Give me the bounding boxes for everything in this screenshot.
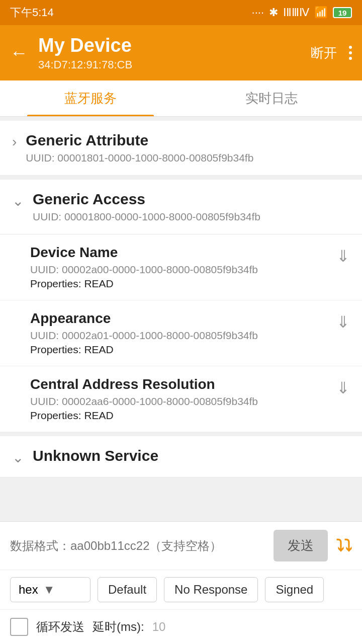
- char-central-address-label: Central Address Resolution: [30, 376, 328, 392]
- service-generic-access-name: Generic Access: [33, 191, 260, 208]
- char-appearance-label: Appearance: [30, 310, 328, 327]
- delay-value: 10: [152, 620, 166, 634]
- app-bar: ← My Device 34:D7:12:91:78:CB 断开: [0, 25, 362, 80]
- char-appearance-props: Properties: READ: [30, 344, 328, 356]
- service-generic-access: ⌄ Generic Access UUID: 00001800-0000-100…: [0, 180, 362, 432]
- service-generic-access-uuid: UUID: 00001800-0000-1000-8000-00805f9b34…: [33, 211, 260, 223]
- read-download-icon-2[interactable]: ⇓: [336, 312, 350, 332]
- bluetooth-icon: ✱: [269, 6, 278, 19]
- service-generic-attribute-name: Generic Attribute: [26, 132, 253, 149]
- data-input[interactable]: [10, 539, 265, 553]
- char-central-address-info: Central Address Resolution UUID: 00002aa…: [30, 376, 328, 422]
- write-type-signed[interactable]: Signed: [265, 577, 324, 602]
- service-unknown-name: Unknown Service: [33, 447, 158, 464]
- service-generic-attribute-uuid: UUID: 00001801-0000-1000-8000-00805f9b34…: [26, 152, 253, 164]
- characteristic-appearance: Appearance UUID: 00002a01-0000-1000-8000…: [0, 300, 362, 366]
- service-generic-access-info: Generic Access UUID: 00001800-0000-1000-…: [33, 191, 260, 223]
- write-type-default[interactable]: Default: [98, 577, 157, 602]
- tab-bluetooth-services[interactable]: 蓝牙服务: [0, 80, 181, 116]
- char-device-name-label: Device Name: [30, 245, 328, 261]
- app-bar-actions: 断开: [311, 44, 352, 62]
- char-appearance-info: Appearance UUID: 00002a01-0000-1000-8000…: [30, 310, 328, 356]
- read-download-icon-3[interactable]: ⇓: [336, 378, 350, 397]
- tab-realtime-log[interactable]: 实时日志: [181, 80, 362, 116]
- app-title-area: My Device 34:D7:12:91:78:CB: [38, 35, 311, 71]
- bottom-panel: 发送 ⤵⤵ hex ▼ Default No Response Signed 循…: [0, 521, 362, 644]
- status-time: 下午5:14: [10, 5, 54, 20]
- status-bar: 下午5:14 ···· ✱ ⅠⅡⅢⅣ 📶 19: [0, 0, 362, 25]
- signal-bars-icon: ⅠⅡⅢⅣ: [283, 6, 309, 19]
- status-icons: ···· ✱ ⅠⅡⅢⅣ 📶 19: [252, 6, 352, 19]
- format-row: hex ▼ Default No Response Signed: [0, 570, 362, 610]
- service-generic-attribute: › Generic Attribute UUID: 00001801-0000-…: [0, 121, 362, 176]
- char-central-address-props: Properties: READ: [30, 410, 328, 422]
- characteristic-central-address: Central Address Resolution UUID: 00002aa…: [0, 366, 362, 432]
- service-generic-attribute-header[interactable]: › Generic Attribute UUID: 00001801-0000-…: [0, 121, 362, 176]
- service-unknown: ⌄ Unknown Service: [0, 436, 362, 477]
- send-button[interactable]: 发送: [274, 530, 328, 561]
- loop-label: 循环发送: [36, 619, 84, 635]
- signal-dots-icon: ····: [252, 6, 264, 19]
- tab-bar: 蓝牙服务 实时日志: [0, 80, 362, 117]
- char-device-name-props: Properties: READ: [30, 278, 328, 290]
- chevron-right-icon: ›: [12, 134, 17, 150]
- more-options-button[interactable]: [349, 46, 352, 60]
- chevron-down-icon: ⌄: [12, 193, 24, 209]
- service-generic-access-header[interactable]: ⌄ Generic Access UUID: 00001800-0000-100…: [0, 180, 362, 234]
- format-value: hex: [19, 583, 38, 597]
- format-dropdown-icon: ▼: [43, 583, 55, 597]
- characteristic-device-name: Device Name UUID: 00002a00-0000-1000-800…: [0, 234, 362, 300]
- back-button[interactable]: ←: [10, 42, 28, 63]
- write-type-no-response[interactable]: No Response: [164, 577, 258, 602]
- device-address: 34:D7:12:91:78:CB: [38, 58, 311, 71]
- device-title: My Device: [38, 35, 311, 56]
- service-unknown-header[interactable]: ⌄ Unknown Service: [0, 436, 362, 477]
- service-generic-attribute-info: Generic Attribute UUID: 00001801-0000-10…: [26, 132, 253, 164]
- data-input-row: 发送 ⤵⤵: [0, 522, 362, 570]
- chevron-down-icon-2: ⌄: [12, 449, 24, 466]
- service-unknown-info: Unknown Service: [33, 447, 158, 464]
- char-device-name-uuid: UUID: 00002a00-0000-1000-8000-00805f9b34…: [30, 264, 328, 276]
- char-central-address-uuid: UUID: 00002aa6-0000-1000-8000-00805f9b34…: [30, 395, 328, 408]
- battery-level: 19: [338, 9, 347, 17]
- read-download-icon[interactable]: ⇓: [336, 247, 350, 266]
- loop-row: 循环发送 延时(ms): 10: [0, 610, 362, 644]
- char-device-name-info: Device Name UUID: 00002a00-0000-1000-800…: [30, 245, 328, 290]
- format-select[interactable]: hex ▼: [10, 577, 90, 602]
- loop-checkbox[interactable]: [10, 618, 28, 636]
- expand-icon[interactable]: ⤵⤵: [336, 538, 352, 554]
- char-appearance-uuid: UUID: 00002a01-0000-1000-8000-00805f9b34…: [30, 330, 328, 342]
- wifi-icon: 📶: [314, 6, 328, 19]
- disconnect-button[interactable]: 断开: [311, 44, 337, 62]
- delay-label: 延时(ms):: [93, 619, 144, 635]
